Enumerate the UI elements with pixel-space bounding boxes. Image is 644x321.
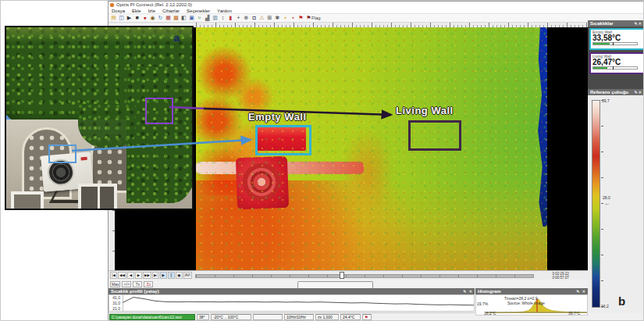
temperatures-panel: Empty Wall 33,58°C Living Wall 26,47°C [588, 27, 644, 89]
playback-button[interactable]: ▶ [135, 272, 142, 279]
timeline-track[interactable] [195, 274, 534, 278]
video-icon[interactable]: ◘ [251, 14, 258, 22]
image-icon[interactable]: ▣ [188, 14, 195, 22]
empty-wall-photo-marker [48, 144, 76, 163]
profile-ytick-min: 21,0 [109, 306, 120, 311]
menu-item[interactable]: Ekle [132, 9, 141, 13]
grid-icon[interactable]: ⊞ [266, 14, 273, 22]
refresh-icon[interactable]: ↻ [157, 14, 164, 22]
pin-icon[interactable]: ✎ [463, 289, 467, 294]
status-blank [253, 314, 283, 320]
gear-icon[interactable]: ✱ [274, 14, 281, 22]
playback-button[interactable]: AVI [183, 272, 192, 279]
playback-button[interactable]: ◀ [127, 272, 134, 279]
view-mode-button[interactable]: Max [110, 281, 120, 287]
subfigure-label-b: b [618, 294, 625, 308]
living-wall-annotation: Living Wall [396, 105, 454, 116]
close-icon[interactable]: ✕ [639, 21, 642, 26]
layout-icon[interactable]: ◧ [180, 14, 187, 22]
temperature-color-scale [592, 100, 600, 308]
snapshot-icon[interactable]: ◉ [149, 14, 156, 22]
title-bar: Optris PI Connect (Rel. 2.12.2202.0) [109, 2, 643, 8]
bars-icon[interactable]: ▥ [212, 14, 219, 22]
playback-bar: |◀◀◀◀▶▶▶▶|▶||▣AVI 0:02:29.22 0:00:57.07 [109, 270, 588, 280]
view-mode-button[interactable]: Σx [144, 281, 153, 287]
playback-button[interactable]: ▣ [176, 272, 183, 279]
thermometer-icon[interactable]: ▮ [227, 14, 234, 22]
close-icon[interactable]: ✕ [639, 90, 642, 95]
reference-bar-title: Referans çubuğu [590, 89, 628, 95]
range-icon[interactable]: ↕ [219, 14, 226, 22]
ac-logo [80, 157, 87, 161]
play-icon[interactable]: ▶ [126, 14, 133, 22]
display-icon[interactable]: ▦ [165, 14, 172, 22]
palette-icon[interactable]: ▩ [173, 14, 180, 22]
stop-icon[interactable]: ■ [133, 14, 141, 22]
playback-button[interactable]: ▶▶ [143, 272, 151, 279]
flag-label[interactable]: Flag [311, 16, 321, 20]
crosshair-icon[interactable]: + [235, 14, 242, 22]
menu-item[interactable]: Izle [148, 9, 155, 13]
timecode-current: 0:00:57.07 [552, 276, 568, 280]
temperature-readout: Living Wall 26,47°C [589, 52, 644, 74]
scale-level-arrow[interactable]: ← [604, 201, 610, 207]
playback-button[interactable]: ◀◀ [118, 272, 126, 279]
status-bar: C:\yasayan duvar\data\cam6\cam12.ravi 38… [109, 312, 475, 321]
profile-chart: 41,0 31,0 21,0 [109, 294, 475, 312]
pin-icon[interactable]: ✎ [576, 289, 580, 294]
timeline-slider[interactable] [195, 272, 532, 279]
empty-wall-measure-rect [255, 125, 311, 155]
toolbar: ▤◫▶■●◉↻▦▩◧▣≈▟▥↕▮+⊕◘⚠⊞✱▪▪⚑⚑ [109, 14, 643, 23]
temperature-gauge [592, 66, 638, 70]
menu-item[interactable]: Yardım [217, 9, 232, 13]
temperature-value: 26,47°C [592, 59, 642, 66]
histogram-xmin: 16,2°C [484, 311, 496, 316]
open-folder-icon[interactable]: ▤ [110, 14, 117, 22]
app-icon [110, 3, 114, 7]
scale-min-label: 16,2 [601, 304, 609, 309]
ivy-right-column [126, 66, 194, 203]
alarm-icon[interactable]: ⚠ [258, 14, 265, 22]
scale-max-label: 39,7 [602, 98, 610, 103]
flag-red-icon[interactable]: ⚑ [297, 14, 304, 22]
profile-line [123, 298, 474, 305]
menu-item[interactable]: Seçenekler [187, 9, 210, 13]
menu-bar: DosyaEkleIzleCihazlarSeçeneklerYardım [109, 8, 643, 14]
profile-panel-header: Sıcaklık profili (yatay) ✎ ✕ [109, 288, 475, 294]
histogram-icon[interactable]: ▟ [204, 14, 211, 22]
close-icon[interactable]: ✕ [582, 289, 586, 294]
zoom-icon[interactable]: ⊕ [243, 14, 250, 22]
temperature-readout: Empty Wall 33,58°C [589, 28, 644, 50]
status-fov: 38° [197, 314, 209, 320]
status-temp-range: -20°C .. 100°C [211, 314, 251, 320]
view-mode-button[interactable]: 7x [133, 281, 142, 287]
timeline-thumb[interactable] [340, 272, 344, 279]
record-icon[interactable]: ● [141, 14, 148, 22]
subfigure-label-a: a [174, 32, 180, 44]
view-mode-button[interactable]: </> [122, 281, 131, 287]
menu-item[interactable]: Cihazlar [162, 9, 180, 13]
temperature-value: 33,58°C [592, 34, 642, 42]
menu-item[interactable]: Dosya [112, 9, 125, 13]
save-icon[interactable]: ◫ [118, 14, 125, 22]
close-icon[interactable]: ✕ [469, 289, 473, 294]
temp-flag-icon[interactable]: ▪ [282, 14, 289, 22]
window-title: Optris PI Connect (Rel. 2.12.2202.0) [116, 2, 192, 7]
status-flag-icon[interactable]: ⚑ [362, 314, 372, 320]
thermal-noise-texture [196, 27, 547, 270]
hot-icon[interactable]: ▪ [290, 14, 297, 22]
living-wall-measure-rect [408, 120, 461, 151]
thermal-image[interactable] [196, 27, 547, 270]
status-file-path[interactable]: C:\yasayan duvar\data\cam6\cam12.ravi [109, 314, 195, 320]
histogram-panel-title: Histogram [478, 288, 501, 294]
playback-button[interactable]: ▶| [152, 272, 159, 279]
figure-canvas: Optris PI Connect (Rel. 2.12.2202.0) Dos… [0, 0, 644, 321]
playback-button[interactable]: |◀ [110, 272, 117, 279]
histogram-chart: Tmean=28,2 σ=2,9 Source: Whole image 19,… [475, 294, 588, 316]
playback-button[interactable]: ▶ [160, 272, 167, 279]
profile-ytick-max: 41,0 [109, 295, 120, 300]
playback-button[interactable]: || [168, 272, 175, 279]
profile-icon[interactable]: ≈ [196, 14, 203, 22]
profile-ytick-mid: 31,0 [109, 301, 120, 305]
timecodes: 0:02:29.22 0:00:57.07 [535, 272, 569, 280]
